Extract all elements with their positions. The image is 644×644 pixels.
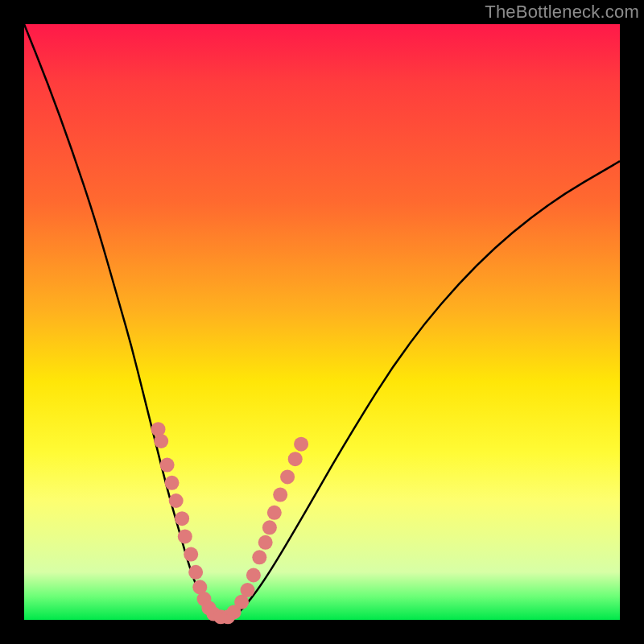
curve-dot	[262, 520, 277, 535]
curve-dot	[288, 452, 303, 466]
curve-dots-group	[151, 422, 309, 624]
curve-dot	[246, 568, 261, 583]
curve-dot	[154, 434, 168, 448]
curve-dot	[267, 506, 282, 520]
curve-dot	[160, 458, 175, 473]
chart-frame: TheBottleneck.com	[0, 0, 644, 644]
curve-dot	[280, 469, 295, 484]
plot-area	[24, 24, 620, 620]
curve-dot	[241, 583, 255, 597]
curve-dot	[252, 550, 266, 564]
curve-dot	[294, 437, 308, 452]
curve-dot	[165, 476, 180, 490]
curve-dot	[184, 547, 198, 562]
bottleneck-curve	[24, 24, 620, 618]
curve-dot	[169, 493, 184, 508]
curve-dot	[178, 529, 192, 543]
curve-dot	[188, 565, 203, 580]
curve-dot	[175, 511, 189, 526]
curve-layer	[24, 24, 620, 620]
watermark-label: TheBottleneck.com	[485, 2, 639, 23]
curve-dot	[258, 535, 273, 550]
curve-dot	[273, 488, 287, 502]
